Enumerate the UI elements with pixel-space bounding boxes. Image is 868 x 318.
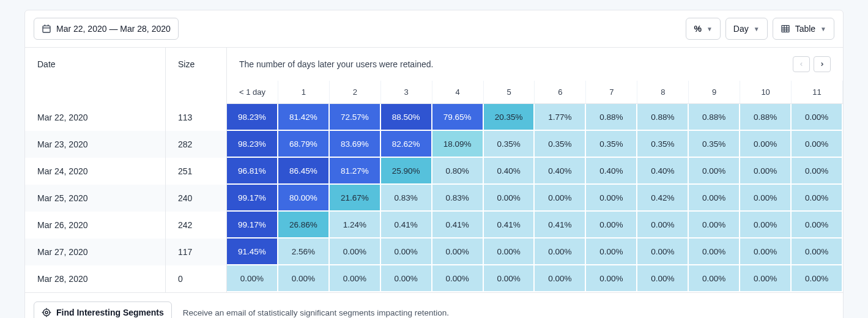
page-prev-button[interactable] <box>793 56 810 72</box>
retention-cell[interactable]: 25.90% <box>381 158 432 185</box>
retention-cell[interactable]: 0.41% <box>484 212 535 239</box>
retention-cell[interactable]: 99.17% <box>227 212 278 239</box>
retention-cell[interactable]: 0.00% <box>792 104 843 131</box>
retention-cell[interactable]: 81.42% <box>278 104 330 131</box>
retention-cell[interactable]: 0.00% <box>227 265 278 292</box>
retention-cell[interactable]: 99.17% <box>227 185 278 212</box>
retention-cell[interactable]: 0.00% <box>792 212 843 239</box>
retention-cell[interactable]: 0.88% <box>689 104 740 131</box>
retention-cell[interactable]: 0.00% <box>637 212 689 239</box>
retention-cell[interactable]: 0.00% <box>792 265 843 292</box>
retention-cell[interactable]: 0.35% <box>484 131 535 158</box>
retention-cell[interactable]: 1.24% <box>330 212 381 239</box>
retention-cell[interactable]: 0.35% <box>586 131 637 158</box>
retention-cell[interactable]: 0.00% <box>637 265 689 292</box>
retention-cell[interactable]: 0.00% <box>432 239 484 265</box>
retention-cell[interactable]: 0.00% <box>689 158 740 185</box>
retention-cell[interactable]: 82.62% <box>381 131 432 158</box>
retention-cell[interactable]: 0.88% <box>586 104 637 131</box>
interval-button[interactable]: Day ▼ <box>725 18 768 40</box>
retention-cell[interactable]: 0.00% <box>484 185 535 212</box>
retention-cell[interactable]: 0.42% <box>637 185 689 212</box>
page-next-button[interactable] <box>814 56 831 72</box>
retention-cell[interactable]: 0.83% <box>381 185 432 212</box>
retention-cell[interactable]: 0.00% <box>637 239 689 265</box>
retention-cell[interactable]: 0.00% <box>740 185 792 212</box>
retention-cell[interactable]: 0.00% <box>740 158 792 185</box>
retention-cell[interactable]: 0.00% <box>535 239 586 265</box>
retention-cell[interactable]: 0.80% <box>432 158 484 185</box>
retention-cell[interactable]: 0.41% <box>535 212 586 239</box>
retention-cell[interactable]: 0.00% <box>586 265 637 292</box>
retention-cell[interactable]: 2.56% <box>278 239 330 265</box>
retention-cell[interactable]: 80.00% <box>278 185 330 212</box>
retention-cell[interactable]: 0.00% <box>432 265 484 292</box>
retention-cell[interactable]: 0.35% <box>689 131 740 158</box>
retention-cell[interactable]: 98.23% <box>227 131 278 158</box>
retention-cell[interactable]: 0.00% <box>689 185 740 212</box>
day-header: < 1 day <box>227 81 278 104</box>
retention-cell[interactable]: 0.00% <box>330 265 381 292</box>
retention-cell[interactable]: 0.88% <box>740 104 792 131</box>
retention-cell[interactable]: 0.00% <box>381 265 432 292</box>
retention-cell[interactable]: 0.00% <box>689 212 740 239</box>
retention-cell[interactable]: 0.00% <box>792 185 843 212</box>
retention-cell[interactable]: 86.45% <box>278 158 330 185</box>
retention-cell[interactable]: 0.00% <box>535 265 586 292</box>
retention-cell[interactable]: 68.79% <box>278 131 330 158</box>
retention-cell[interactable]: 98.23% <box>227 104 278 131</box>
retention-cell[interactable]: 26.86% <box>278 212 330 239</box>
retention-cell[interactable]: 79.65% <box>432 104 484 131</box>
day-header: 9 <box>689 81 740 104</box>
retention-cell[interactable]: 0.00% <box>586 185 637 212</box>
retention-cell[interactable]: 0.00% <box>792 131 843 158</box>
retention-cell[interactable]: 0.00% <box>792 158 843 185</box>
find-segments-label: Find Interesting Segments <box>56 308 164 317</box>
percent-toggle-button[interactable]: % ▼ <box>686 18 720 40</box>
retention-cell[interactable]: 0.00% <box>484 265 535 292</box>
retention-cell[interactable]: 0.88% <box>637 104 689 131</box>
retention-cell[interactable]: 0.00% <box>586 239 637 265</box>
retention-cell[interactable]: 21.67% <box>330 185 381 212</box>
retention-cell[interactable]: 0.41% <box>432 212 484 239</box>
retention-cell[interactable]: 0.00% <box>484 239 535 265</box>
retention-cell[interactable]: 0.00% <box>535 185 586 212</box>
retention-cell[interactable]: 0.00% <box>740 212 792 239</box>
find-segments-button[interactable]: Find Interesting Segments <box>34 301 172 318</box>
retention-cell[interactable]: 0.00% <box>740 131 792 158</box>
retention-cell[interactable]: 0.35% <box>535 131 586 158</box>
retention-cell[interactable]: 0.35% <box>637 131 689 158</box>
cohort-size: 117 <box>166 239 226 265</box>
retention-cell[interactable]: 0.00% <box>330 239 381 265</box>
retention-cell[interactable]: 0.40% <box>586 158 637 185</box>
retention-cell[interactable]: 0.00% <box>740 265 792 292</box>
retention-cell[interactable]: 0.00% <box>381 239 432 265</box>
retention-cell[interactable]: 0.00% <box>740 239 792 265</box>
view-mode-button[interactable]: Table ▼ <box>773 18 834 40</box>
retention-cell[interactable]: 91.45% <box>227 239 278 265</box>
target-icon <box>42 308 51 317</box>
retention-cell[interactable]: 0.00% <box>689 265 740 292</box>
retention-cell[interactable]: 81.27% <box>330 158 381 185</box>
retention-cell[interactable]: 18.09% <box>432 131 484 158</box>
retention-cell[interactable]: 0.41% <box>381 212 432 239</box>
retention-cell[interactable]: 0.00% <box>278 265 330 292</box>
chevron-right-icon <box>819 61 825 67</box>
retention-cell[interactable]: 88.50% <box>381 104 432 131</box>
retention-cell[interactable]: 0.00% <box>689 239 740 265</box>
retention-cell[interactable]: 72.57% <box>330 104 381 131</box>
retention-cell[interactable]: 1.77% <box>535 104 586 131</box>
retention-cell[interactable]: 0.00% <box>586 212 637 239</box>
retention-cell[interactable]: 96.81% <box>227 158 278 185</box>
retention-cell[interactable]: 0.40% <box>484 158 535 185</box>
retention-cell[interactable]: 83.69% <box>330 131 381 158</box>
caret-down-icon: ▼ <box>754 26 760 32</box>
retention-cell[interactable]: 0.40% <box>535 158 586 185</box>
find-segments-description: Receive an email of statistically signif… <box>183 308 449 317</box>
date-range-button[interactable]: Mar 22, 2020 — Mar 28, 2020 <box>34 18 179 40</box>
size-column: 1132822512402421170 <box>166 81 227 292</box>
retention-cell[interactable]: 20.35% <box>484 104 535 131</box>
retention-cell[interactable]: 0.00% <box>792 239 843 265</box>
retention-cell[interactable]: 0.83% <box>432 185 484 212</box>
retention-cell[interactable]: 0.40% <box>637 158 689 185</box>
